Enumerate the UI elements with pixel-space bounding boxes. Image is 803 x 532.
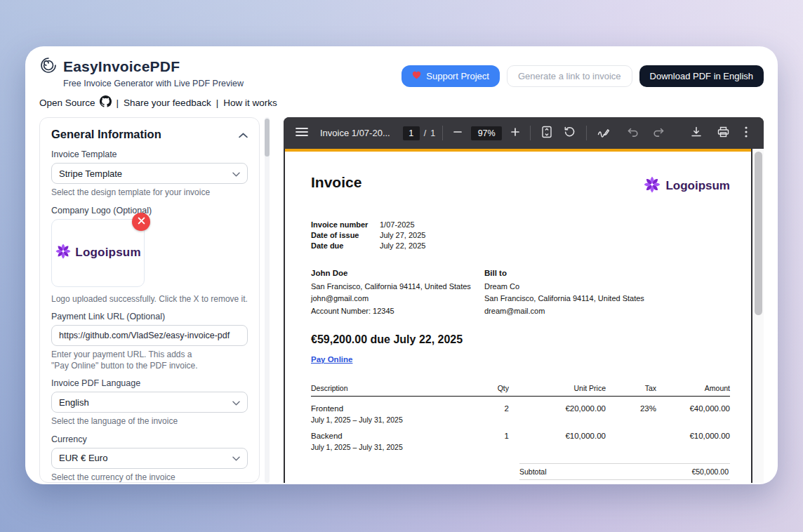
app-header: EasyInvoicePDF Free Invoice Generator wi… <box>39 56 764 109</box>
hamburger-icon <box>296 127 308 139</box>
seller-block: John Doe San Francisco, California 94114… <box>311 268 484 317</box>
table-header-row: Description Qty Unit Price Tax Amount <box>311 384 730 397</box>
zoom-in-button[interactable] <box>507 124 523 142</box>
pdf-title: Invoice 1/07-20... <box>320 128 390 138</box>
zoom-out-button[interactable] <box>450 124 465 142</box>
download-button[interactable] <box>687 123 705 143</box>
print-button[interactable] <box>714 123 733 143</box>
open-source-link[interactable]: Open Source <box>39 95 112 109</box>
annotate-button[interactable] <box>594 124 613 143</box>
close-icon <box>138 216 145 227</box>
github-icon <box>100 95 112 109</box>
amount-due: €59,200.00 due July 22, 2025 <box>311 333 730 346</box>
language-helper: Select the language of the invoice <box>51 416 248 427</box>
download-icon <box>691 126 702 140</box>
seller-name: John Doe <box>311 268 484 279</box>
invoice-logo: Logoipsum <box>643 175 730 197</box>
invoice-meta: Invoice number 1/07-2025 Date of issue J… <box>311 220 730 251</box>
support-project-button[interactable]: Support Project <box>401 65 500 87</box>
company-logo-preview[interactable]: Logoipsum <box>51 219 145 287</box>
page-total: 1 <box>430 128 435 138</box>
table-row: Backend July 1, 2025 – July 31, 2025 1 €… <box>311 424 730 451</box>
pdf-scrollbar-thumb[interactable] <box>755 152 762 315</box>
payment-link-label: Payment Link URL (Optional) <box>51 312 248 321</box>
pen-squiggle-icon <box>597 127 610 140</box>
currency-select[interactable]: EUR € Euro <box>51 448 248 469</box>
form-column: General Information Invoice Template Str… <box>39 117 274 483</box>
pdf-scrollbar-track[interactable] <box>752 149 764 483</box>
buyer-address: San Francisco, California 94114, United … <box>484 293 644 304</box>
invoice-parties: John Doe San Francisco, California 94114… <box>311 268 730 317</box>
invoice-template-label: Invoice Template <box>51 149 248 159</box>
menu-button[interactable] <box>292 124 312 142</box>
how-it-works-link[interactable]: How it works <box>223 98 277 108</box>
download-pdf-button[interactable]: Download PDF in English <box>639 65 764 87</box>
currency-label: Currency <box>51 434 248 444</box>
page-navigation: 1 / 1 <box>403 126 435 140</box>
item-period: July 1, 2025 – July 31, 2025 <box>311 443 467 451</box>
page-number-input[interactable]: 1 <box>403 126 420 140</box>
link-separator: | <box>117 98 119 108</box>
app-title: EasyInvoicePDF <box>63 58 180 75</box>
buyer-name: Dream Co <box>484 281 644 292</box>
buyer-email: dream@mail.com <box>484 306 644 317</box>
pay-online-link[interactable]: Pay Online <box>311 355 352 364</box>
logoipsum-flower-icon <box>55 243 72 262</box>
meta-row: Date due July 22, 2025 <box>311 241 730 251</box>
printer-icon <box>717 126 729 140</box>
item-description: Frontend <box>311 404 343 413</box>
table-row: Frontend July 1, 2025 – July 31, 2025 2 … <box>311 397 730 424</box>
redo-button[interactable] <box>649 124 668 143</box>
remove-logo-button[interactable] <box>132 213 150 231</box>
form-scrollbar-thumb[interactable] <box>265 119 270 157</box>
redo-icon <box>653 127 665 140</box>
undo-icon <box>627 127 639 140</box>
pdf-toolbar: Invoice 1/07-20... 1 / 1 97% <box>284 117 764 149</box>
company-logo-helper: Logo uploaded successfully. Click the X … <box>51 294 248 305</box>
invoice-title: Invoice <box>311 174 361 191</box>
total-excluding-tax-row: Total excluding tax €50,000.00 <box>519 479 730 483</box>
brand-block: EasyInvoicePDF Free Invoice Generator wi… <box>39 56 277 109</box>
feedback-link[interactable]: Share your feedback <box>124 98 211 108</box>
chevron-down-icon <box>232 453 240 463</box>
minus-icon <box>453 128 462 138</box>
rotate-icon <box>564 126 576 140</box>
rotate-button[interactable] <box>560 123 579 144</box>
totals-summary: Subtotal €50,000.00 Total excluding tax … <box>519 463 730 483</box>
header-actions: Support Project Generate a link to invoi… <box>401 65 764 87</box>
page-separator: / <box>424 128 426 138</box>
zoom-level: 97% <box>471 126 502 140</box>
toolbar-divider <box>442 126 443 140</box>
logoipsum-flower-icon <box>643 175 661 197</box>
currency-helper: Select the currency of the invoice <box>51 472 248 483</box>
main-area: General Information Invoice Template Str… <box>39 117 764 483</box>
toolbar-divider <box>530 126 531 140</box>
subtotal-row: Subtotal €50,000.00 <box>519 463 730 479</box>
fit-to-page-button[interactable] <box>538 122 556 144</box>
item-description: Backend <box>311 432 343 440</box>
bill-to-heading: Bill to <box>484 268 644 279</box>
invoice-page: Invoice <box>285 149 751 483</box>
language-select[interactable]: English <box>51 392 248 413</box>
seller-address: San Francisco, California 94114, United … <box>311 281 471 292</box>
general-information-panel: General Information Invoice Template Str… <box>39 117 260 483</box>
form-scrollbar-track[interactable] <box>265 117 270 483</box>
chevron-down-icon <box>232 397 240 408</box>
generate-link-button[interactable]: Generate a link to invoice <box>507 65 632 87</box>
app-card: EasyInvoicePDF Free Invoice Generator wi… <box>25 46 778 484</box>
invoice-template-select[interactable]: Stripe Template <box>51 163 248 184</box>
kebab-menu-icon <box>745 126 748 140</box>
undo-button[interactable] <box>623 124 642 143</box>
fit-page-icon <box>541 126 552 140</box>
invoice-logo-text: Logoipsum <box>665 179 730 193</box>
chevron-up-icon[interactable] <box>239 128 248 141</box>
payment-link-input[interactable] <box>51 325 248 346</box>
buyer-block: Bill to Dream Co San Francisco, Californ… <box>484 268 644 317</box>
heart-icon <box>412 71 421 81</box>
meta-row: Date of issue July 27, 2025 <box>311 230 730 241</box>
chevron-down-icon <box>232 168 240 179</box>
item-period: July 1, 2025 – July 31, 2025 <box>311 415 467 424</box>
payment-link-helper: Enter your payment URL. This adds a "Pay… <box>51 350 248 371</box>
page-gutter: Invoice <box>284 149 752 483</box>
more-options-button[interactable] <box>741 123 751 143</box>
